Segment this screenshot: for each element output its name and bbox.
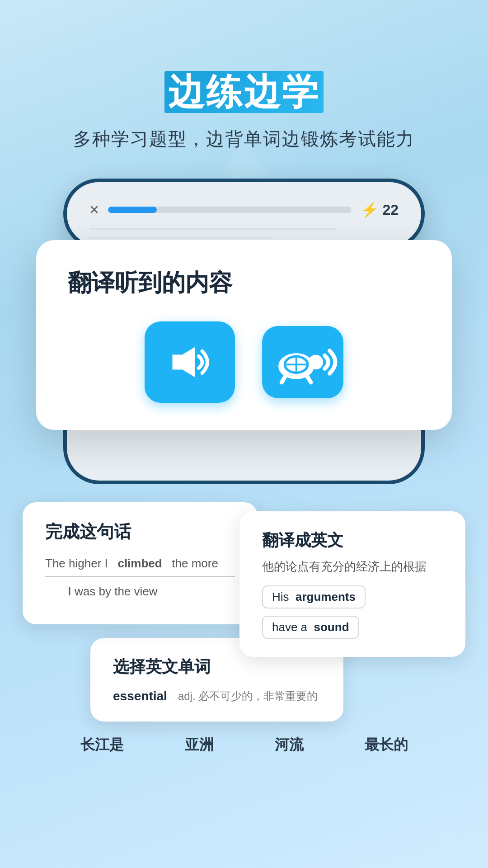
- complete-sentence-card: 完成这句话 The higher I climbed the more I wa…: [23, 502, 258, 624]
- chip-2[interactable]: have a sound: [262, 616, 359, 639]
- chip1-word: arguments: [296, 590, 356, 604]
- phone-area: × ⚡ 22 翻译听到的内容: [41, 179, 447, 484]
- progress-fill: [108, 207, 157, 213]
- subtitle: 多种学习题型，边背单词边锻炼考试能力: [73, 127, 415, 151]
- lower-cards-area: 完成这句话 The higher I climbed the more I wa…: [23, 502, 465, 624]
- sentence-line-2: I was by the view: [45, 582, 235, 601]
- word-option-definition: adj. 必不可少的，非常重要的: [178, 689, 318, 703]
- phone-frame: × ⚡ 22: [63, 179, 425, 249]
- phone-frame-bottom: [63, 430, 425, 484]
- bottom-word-3: 河流: [275, 735, 304, 755]
- svg-line-7: [306, 374, 311, 382]
- svg-line-6: [282, 374, 286, 382]
- chip2-word: sound: [314, 620, 349, 634]
- translate-english-title: 翻译成英文: [262, 529, 443, 552]
- audio-normal-button[interactable]: [145, 321, 235, 403]
- audio-slow-button[interactable]: [262, 326, 343, 398]
- chinese-source-text: 他的论点有充分的经济上的根据: [262, 559, 443, 575]
- translate-listening-card: 翻译听到的内容: [36, 240, 452, 430]
- complete-sentence-title: 完成这句话: [45, 520, 235, 543]
- translate-card-title: 翻译听到的内容: [68, 267, 420, 299]
- word-chips-container: His arguments have a sound: [262, 585, 443, 639]
- close-button[interactable]: ×: [89, 200, 99, 219]
- sentence-part1: The higher I: [45, 557, 108, 570]
- chip1-prefix: His: [272, 590, 289, 604]
- bottom-words-row: 长江是 亚洲 河流 最长的: [41, 735, 447, 755]
- svg-marker-0: [173, 347, 195, 377]
- chip-1[interactable]: His arguments: [262, 585, 366, 609]
- bottom-word-2: 亚洲: [185, 735, 214, 755]
- score-value: 22: [382, 202, 399, 218]
- sentence-part2: the more: [172, 557, 218, 570]
- bottom-word-4: 最长的: [365, 735, 408, 755]
- sentence-line-1: The higher I climbed the more: [45, 554, 235, 577]
- word-option-word: essential: [113, 689, 167, 703]
- title-section: 边练边学 多种学习题型，边背单词边锻炼考试能力: [73, 72, 415, 151]
- title-highlight: 边练边学: [164, 71, 324, 113]
- translate-english-card: 翻译成英文 他的论点有充分的经济上的根据 His arguments have …: [239, 511, 465, 657]
- decorative-line-2: [89, 237, 275, 238]
- decorative-line-1: [89, 228, 337, 230]
- audio-buttons-container: [68, 321, 420, 403]
- phone-top-bar: × ⚡ 22: [80, 196, 408, 228]
- svg-point-2: [309, 355, 323, 369]
- turtle-speaker-icon: [262, 321, 343, 403]
- lightning-icon: ⚡: [361, 201, 379, 218]
- bottom-word-1: 长江是: [80, 735, 124, 755]
- word-option-row: essential adj. 必不可少的，非常重要的: [113, 689, 321, 703]
- progress-bar: [108, 207, 352, 213]
- sentence-fill: climbed: [117, 557, 162, 570]
- score-display: ⚡ 22: [361, 201, 399, 218]
- main-title: 边练边学: [73, 72, 415, 112]
- page-container: 边练边学 多种学习题型，边背单词边锻炼考试能力 × ⚡ 22: [0, 0, 488, 868]
- chip2-prefix: have a: [272, 620, 307, 634]
- speaker-icon: [165, 337, 215, 387]
- select-word-title: 选择英文单词: [113, 656, 321, 678]
